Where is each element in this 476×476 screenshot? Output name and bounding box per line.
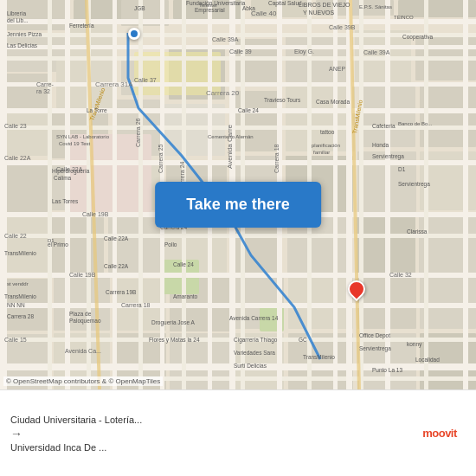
svg-text:Abka: Abka xyxy=(242,5,255,11)
svg-rect-34 xyxy=(0,216,48,273)
svg-text:Carrera 31A: Carrera 31A xyxy=(95,80,133,88)
svg-text:Avenida Carrera 14: Avenida Carrera 14 xyxy=(229,315,279,321)
svg-text:Covid 19 Test: Covid 19 Test xyxy=(59,141,91,146)
svg-text:Jennies Pizza: Jennies Pizza xyxy=(7,31,42,37)
svg-rect-18 xyxy=(0,113,48,156)
user-location-dot xyxy=(128,28,140,40)
svg-rect-47 xyxy=(288,275,353,329)
svg-text:Casa Morada: Casa Morada xyxy=(316,99,350,105)
svg-rect-73 xyxy=(0,303,476,308)
svg-text:Calle 19B: Calle 19B xyxy=(69,272,96,278)
svg-text:Calle 22: Calle 22 xyxy=(4,233,27,239)
svg-rect-26 xyxy=(0,160,48,212)
svg-text:Servientrega: Servientrega xyxy=(359,345,391,352)
svg-text:Carrera 26: Carrera 26 xyxy=(135,118,141,147)
svg-text:Calima: Calima xyxy=(54,175,72,181)
app: Calle 40 Calle 39B Calle 39A Calle 39A E… xyxy=(0,0,476,476)
svg-rect-66 xyxy=(0,82,476,87)
bottom-bar: Ciudad Universitaria - Loteríа... → Univ… xyxy=(0,389,476,476)
take-me-there-button[interactable]: Take me there xyxy=(155,182,321,228)
svg-text:Fundación Universitaria: Fundación Universitaria xyxy=(186,0,246,6)
svg-text:Hiperdroguería: Hiperdroguería xyxy=(52,168,90,175)
svg-text:Calle 39A: Calle 39A xyxy=(212,36,239,42)
svg-rect-69 xyxy=(0,160,476,165)
svg-text:Las Torres: Las Torres xyxy=(52,198,79,204)
route-from-label: Ciudad Universitaria - Loteríа... xyxy=(10,415,407,425)
svg-text:Avenida Ca...: Avenida Ca... xyxy=(65,348,101,354)
svg-text:Cementerio Alemán: Cementerio Alemán xyxy=(208,134,254,139)
svg-text:Localidad: Localidad xyxy=(415,357,440,363)
svg-text:Pollo: Pollo xyxy=(164,241,177,248)
svg-rect-82 xyxy=(138,0,143,389)
svg-text:D1: D1 xyxy=(48,238,55,243)
svg-text:Las Delicias: Las Delicias xyxy=(7,42,38,48)
svg-text:konny: konny xyxy=(407,341,422,348)
svg-text:Carrera 28: Carrera 28 xyxy=(7,313,34,319)
moovit-brand-name: moovit xyxy=(422,427,457,440)
svg-rect-94 xyxy=(424,0,428,389)
svg-text:Ferretería: Ferretería xyxy=(69,23,94,29)
svg-text:Avenida Carre: Avenida Carre xyxy=(226,124,234,169)
svg-text:Calle 37: Calle 37 xyxy=(134,77,157,83)
route-arrow-icon: → xyxy=(10,427,407,441)
svg-rect-78 xyxy=(48,0,52,389)
moovit-logo: moovit xyxy=(414,427,466,440)
svg-text:Punto La 13: Punto La 13 xyxy=(372,367,402,373)
svg-text:Calle 19B: Calle 19B xyxy=(82,211,109,217)
route-info: Ciudad Universitaria - Loteríа... → Univ… xyxy=(10,415,414,453)
svg-text:planificación: planificación xyxy=(312,143,340,148)
svg-rect-92 xyxy=(359,0,363,389)
svg-text:Honda: Honda xyxy=(372,142,389,148)
svg-text:Y NUEVOS: Y NUEVOS xyxy=(303,10,334,16)
svg-text:Surti Delicias: Surti Delicias xyxy=(234,363,267,369)
svg-text:LIBROS DE VIEJO: LIBROS DE VIEJO xyxy=(299,2,351,8)
svg-text:GC: GC xyxy=(299,337,307,343)
svg-text:Eloy G.: Eloy G. xyxy=(294,48,314,55)
svg-text:Banco de Bo...: Banco de Bo... xyxy=(398,121,433,126)
svg-text:Calle 15: Calle 15 xyxy=(4,337,27,343)
svg-text:st venddr: st venddr xyxy=(7,281,29,286)
svg-text:Calle 22A: Calle 22A xyxy=(104,263,129,269)
map-container: Calle 40 Calle 39B Calle 39A Calle 39A E… xyxy=(0,0,476,389)
svg-rect-4 xyxy=(69,24,117,59)
svg-text:TransMilenio: TransMilenio xyxy=(4,250,36,256)
svg-text:Calle 24: Calle 24 xyxy=(173,261,194,267)
svg-text:Calle 23: Calle 23 xyxy=(4,123,27,129)
svg-text:Cooperativa: Cooperativa xyxy=(402,34,433,41)
svg-text:NN NN: NN NN xyxy=(7,302,25,308)
svg-text:Plaza de: Plaza de xyxy=(69,311,92,317)
svg-rect-81 xyxy=(113,0,117,389)
svg-text:JGB: JGB xyxy=(134,5,145,11)
svg-text:Carrera 25: Carrera 25 xyxy=(158,144,164,173)
destination-pin xyxy=(348,280,365,298)
svg-text:ra 32: ra 32 xyxy=(36,88,50,94)
svg-text:Carrera 19B: Carrera 19B xyxy=(106,289,136,295)
route-to-label: Universidad Inca De ... xyxy=(10,442,407,453)
svg-text:Amaranto: Amaranto xyxy=(173,293,198,299)
svg-text:Capital Salud: Capital Salud xyxy=(268,0,302,7)
svg-text:Calle 39A: Calle 39A xyxy=(363,49,390,55)
svg-text:Calle 24: Calle 24 xyxy=(238,107,259,113)
svg-text:Calle 22A: Calle 22A xyxy=(4,155,31,161)
map-attribution: © OpenStreetMap contributors & © OpenMap… xyxy=(3,376,163,386)
svg-rect-90 xyxy=(333,0,338,389)
svg-text:Cafetería: Cafetería xyxy=(372,123,396,129)
svg-rect-77 xyxy=(0,0,7,389)
svg-text:Servientrega: Servientrega xyxy=(398,181,430,188)
svg-text:Servientrega: Servientrega xyxy=(372,153,404,160)
svg-text:TEINCO: TEINCO xyxy=(394,15,414,20)
svg-text:Calle 32: Calle 32 xyxy=(389,272,412,278)
svg-text:Clarissa: Clarissa xyxy=(407,228,428,235)
svg-text:La Torre: La Torre xyxy=(87,107,107,113)
svg-text:Calle 22A: Calle 22A xyxy=(104,235,129,241)
svg-rect-95 xyxy=(463,0,468,389)
svg-text:TransMilenio: TransMilenio xyxy=(4,293,36,299)
svg-text:del Lib...: del Lib... xyxy=(7,17,29,23)
svg-rect-2 xyxy=(74,0,125,22)
svg-text:Office Depot: Office Depot xyxy=(359,332,390,339)
svg-text:ANEP: ANEP xyxy=(329,66,345,72)
svg-text:Carrera 18: Carrera 18 xyxy=(273,144,280,173)
svg-text:TransMilenio: TransMilenio xyxy=(303,354,335,360)
svg-text:Variedades Sara: Variedades Sara xyxy=(234,350,275,356)
svg-text:D1: D1 xyxy=(398,166,406,172)
